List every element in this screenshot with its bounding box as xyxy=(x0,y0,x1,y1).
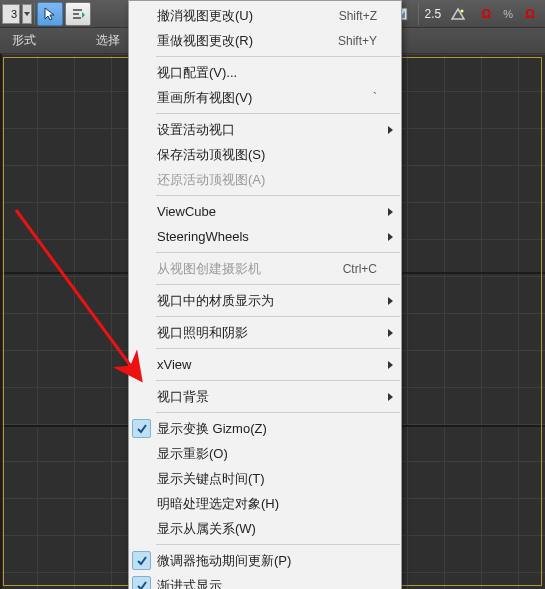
mi-show-ghosting[interactable]: 显示重影(O) xyxy=(129,441,401,466)
mi-undo-view[interactable]: 撤消视图更改(U)Shift+Z xyxy=(129,3,401,28)
percent-label: % xyxy=(503,8,513,20)
triangle-icon[interactable] xyxy=(447,3,469,25)
mi-show-gizmo[interactable]: 显示变换 Gizmo(Z) xyxy=(129,416,401,441)
mi-shade-selected[interactable]: 明暗处理选定对象(H) xyxy=(129,491,401,516)
axis-vertical xyxy=(0,54,2,589)
magnet2-icon[interactable]: Ω xyxy=(519,3,541,25)
align-button[interactable] xyxy=(65,2,91,26)
mi-restore-top-view: 还原活动顶视图(A) xyxy=(129,167,401,192)
viewport-context-menu: 撤消视图更改(U)Shift+Z 重做视图更改(R)Shift+Y 视口配置(V… xyxy=(128,0,402,589)
mi-set-active-viewport[interactable]: 设置活动视口 xyxy=(129,117,401,142)
zoom-value: 2.5 xyxy=(425,7,442,21)
magnet-icon[interactable]: Ω xyxy=(475,3,497,25)
check-icon xyxy=(132,576,151,589)
row2-label-style: 形式 xyxy=(12,32,36,49)
mi-show-key-times[interactable]: 显示关键点时间(T) xyxy=(129,466,401,491)
mi-redraw-all[interactable]: 重画所有视图(V)` xyxy=(129,85,401,110)
mi-viewport-config[interactable]: 视口配置(V)... xyxy=(129,60,401,85)
mi-create-camera: 从视图创建摄影机Ctrl+C xyxy=(129,256,401,281)
toolbar-dropdown[interactable] xyxy=(22,4,32,24)
mi-lighting-shadows[interactable]: 视口照明和阴影 xyxy=(129,320,401,345)
mi-steeringwheels[interactable]: SteeringWheels xyxy=(129,224,401,249)
mi-update-during-spinner-drag[interactable]: 微调器拖动期间更新(P) xyxy=(129,548,401,573)
mi-redo-view[interactable]: 重做视图更改(R)Shift+Y xyxy=(129,28,401,53)
check-icon xyxy=(132,551,151,570)
mi-save-top-view[interactable]: 保存活动顶视图(S) xyxy=(129,142,401,167)
cursor-select-button[interactable] xyxy=(37,2,63,26)
mi-viewcube[interactable]: ViewCube xyxy=(129,199,401,224)
mi-show-dependencies[interactable]: 显示从属关系(W) xyxy=(129,516,401,541)
check-icon xyxy=(132,419,151,438)
mi-viewport-background[interactable]: 视口背景 xyxy=(129,384,401,409)
row2-label-select: 选择 xyxy=(96,32,120,49)
mi-xview[interactable]: xView xyxy=(129,352,401,377)
toolbar-numeric-field[interactable]: 3 xyxy=(2,4,20,24)
svg-point-4 xyxy=(461,10,464,13)
mi-progressive-display[interactable]: 渐进式显示 xyxy=(129,573,401,589)
mi-material-display[interactable]: 视口中的材质显示为 xyxy=(129,288,401,313)
